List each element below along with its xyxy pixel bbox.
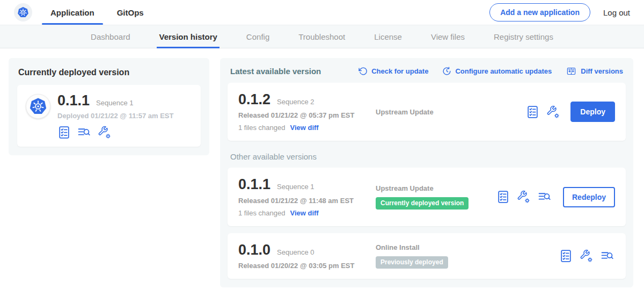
clock-arrow-icon [442,67,451,76]
view-diff-link[interactable]: View diff [290,209,318,217]
version-card-0-1-1: 0.1.1 Sequence 1 Released 01/21/22 @ 11:… [228,168,626,226]
tab-gitops-label: GitOps [117,8,144,17]
deploy-button[interactable]: Deploy [570,102,615,122]
released-timestamp: Released 01/21/22 @ 05:37 pm EST [238,111,376,119]
latest-version-header: Latest available version Check for updat… [230,67,623,76]
version-card-actions: Deploy [526,102,615,122]
previously-deployed-badge: Previously deployed [376,256,448,269]
tab-view-files[interactable]: View files [431,25,465,48]
logout-link[interactable]: Log out [603,8,630,17]
kubernetes-logo [14,3,32,21]
tab-version-history[interactable]: Version history [159,25,217,48]
tab-config[interactable]: Config [246,25,269,48]
tab-license[interactable]: License [374,25,402,48]
logs-magnifier-icon[interactable] [600,249,615,263]
wrench-gear-icon[interactable] [580,249,593,263]
version-card-0-1-2: 0.1.2 Sequence 2 Released 01/21/22 @ 05:… [228,83,626,141]
version-number: 0.1.0 [238,242,270,257]
version-number: 0.1.2 [238,92,270,107]
files-changed-label: 1 files changed [238,209,285,217]
version-source: Online Install Previously deployed [376,243,559,269]
check-for-update-label: Check for update [371,67,428,75]
top-navbar: Application GitOps Add a new application… [0,0,644,25]
tab-dashboard[interactable]: Dashboard [91,25,130,48]
tab-version-history-label: Version history [159,32,217,41]
released-timestamp: Released 01/20/22 @ 03:05 pm EST [238,262,376,270]
add-application-button[interactable]: Add a new application [489,3,590,21]
tab-gitops[interactable]: GitOps [116,0,145,25]
version-info: 0.1.0 Sequence 0 Released 01/20/22 @ 03:… [238,242,376,270]
deployed-actions [57,126,173,139]
tab-troubleshoot[interactable]: Troubleshoot [298,25,345,48]
version-info: 0.1.1 Sequence 1 Released 01/21/22 @ 11:… [238,177,376,217]
wrench-gear-icon[interactable] [546,105,560,119]
check-for-update-link[interactable]: Check for update [358,67,428,76]
tab-registry-settings-label: Registry settings [494,32,553,41]
currently-deployed-badge: Currently deployed version [376,197,469,210]
files-changed-label: 1 files changed [238,124,285,132]
tab-dashboard-label: Dashboard [91,32,130,41]
source-label: Upstream Update [376,184,496,192]
checklist-icon[interactable] [526,105,539,119]
released-timestamp: Released 01/21/22 @ 11:48 am EST [238,197,376,205]
deployed-version-card: 0.1.1 Sequence 1 Deployed 01/21/22 @ 11:… [17,85,201,147]
sequence-label: Sequence 2 [277,98,314,106]
main-content: Currently deployed version 0.1.1 Sequenc… [0,48,644,287]
app-kubernetes-logo [26,94,50,119]
logs-magnifier-icon[interactable] [537,190,552,204]
tab-application-label: Application [50,8,94,17]
version-actions: Check for update Configure automatic upd… [358,67,623,76]
version-source: Upstream Update Currently deployed versi… [376,184,496,210]
section-tabs: Dashboard Version history Config Trouble… [0,25,644,48]
wrench-gear-icon[interactable] [98,126,111,139]
latest-version-title: Latest available version [230,67,321,76]
checklist-icon[interactable] [57,126,71,139]
deployed-version-number: 0.1.1 [57,93,90,108]
app-tabs: Application GitOps [49,0,165,25]
diff-versions-label: Diff versions [581,67,623,75]
wrench-gear-icon[interactable] [517,190,530,204]
logs-magnifier-icon[interactable] [77,126,92,139]
topnav-right: Add a new application Log out [489,3,630,21]
deployed-sequence-label: Sequence 1 [96,99,133,107]
tab-troubleshoot-label: Troubleshoot [298,32,345,41]
source-label: Upstream Update [376,108,526,116]
tab-view-files-label: View files [431,32,465,41]
source-label: Online Install [376,243,559,251]
tab-registry-settings[interactable]: Registry settings [494,25,553,48]
other-versions-title: Other available versions [230,152,623,161]
configure-automatic-updates-link[interactable]: Configure automatic updates [442,67,552,76]
version-number: 0.1.1 [238,177,270,192]
view-diff-link[interactable]: View diff [290,124,318,132]
deployed-version-info: 0.1.1 Sequence 1 Deployed 01/21/22 @ 11:… [57,93,173,139]
sequence-label: Sequence 0 [277,248,314,256]
deployed-timestamp: Deployed 01/21/22 @ 11:57 am EST [57,112,173,120]
tab-config-label: Config [246,32,269,41]
version-card-0-1-0: 0.1.0 Sequence 0 Released 01/20/22 @ 03:… [228,233,626,279]
sequence-label: Sequence 1 [277,183,314,191]
checklist-icon[interactable] [559,249,573,263]
tab-application[interactable]: Application [49,0,96,25]
checklist-icon[interactable] [496,190,510,204]
version-info: 0.1.2 Sequence 2 Released 01/21/22 @ 05:… [238,92,376,132]
version-history-panel: Latest available version Check for updat… [220,58,633,287]
diff-icon [566,67,577,76]
diff-versions-link[interactable]: Diff versions [566,67,623,76]
refresh-icon [358,67,368,76]
configure-automatic-updates-label: Configure automatic updates [455,67,552,75]
currently-deployed-panel: Currently deployed version 0.1.1 Sequenc… [9,58,209,155]
redeploy-button[interactable]: Redeploy [563,187,615,207]
deployed-panel-title: Currently deployed version [18,68,200,77]
tab-license-label: License [374,32,402,41]
version-card-actions [559,249,615,263]
version-card-actions: Redeploy [496,187,615,207]
version-source: Upstream Update [376,108,526,116]
